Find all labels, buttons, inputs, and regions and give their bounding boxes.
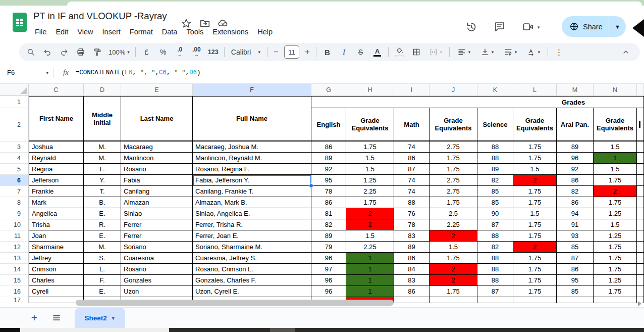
cell-C14[interactable]: Crimson [29,264,84,275]
cell-M10[interactable]: 91 [557,219,594,230]
col-header-H[interactable]: H [346,84,394,96]
menu-item-data[interactable]: Data [157,28,182,36]
cell-D4[interactable]: M. [84,153,121,164]
cell-L15[interactable]: 1.75 [513,275,557,286]
header-cell-last-name[interactable]: Last Name [121,96,193,141]
cell-J4[interactable]: 1.75 [430,153,477,164]
menu-item-insert[interactable]: Insert [98,28,125,36]
col-header-G[interactable]: G [311,84,346,96]
cell-J6[interactable]: 2.75 [430,175,477,186]
cell-J16[interactable]: 1.75 [430,286,477,297]
cell-D3[interactable]: M. [84,141,121,153]
cell-N10[interactable]: 1.5 [594,219,637,230]
scrollbar-arrow-icon[interactable] [638,301,641,306]
cell-G6[interactable]: 95 [311,175,346,186]
currency-format-button[interactable]: £ [138,45,155,59]
cell-I7[interactable]: 74 [394,186,430,197]
menu-item-tools[interactable]: Tools [182,28,208,36]
cell-F5[interactable]: Rosario, Regina F. [193,164,311,175]
more-toolbar-button[interactable]: ⋮ [551,45,567,59]
cell-E14[interactable]: Rosario [121,264,193,275]
cell-K10[interactable]: 87 [477,219,513,230]
cell-I16[interactable]: 86 [394,286,430,297]
text-rotation-icon[interactable]: ▾ [522,45,545,59]
cell-L10[interactable]: 1.75 [513,219,557,230]
cell-I10[interactable]: 78 [394,219,430,230]
row-header-6[interactable]: 6 [0,175,29,186]
cell-partial-16[interactable] [637,286,644,297]
header-cell-h-grade-equivalents[interactable]: Grade Equivalents [346,108,394,141]
cell-G3[interactable]: 86 [311,141,346,153]
row-header-15[interactable]: 15 [0,275,29,286]
cell-C4[interactable]: Reynald [29,153,84,164]
cell-J15[interactable]: 2 [430,275,477,286]
row-header-1[interactable]: 1 [0,96,29,108]
zoom-select[interactable]: 100%▾ [109,49,130,56]
header-cell-k-science[interactable]: Science [477,108,513,141]
text-color-button[interactable]: A [369,45,386,59]
cell-G16[interactable]: 96 [311,286,346,297]
row-header-12[interactable]: 12 [0,242,29,253]
name-box[interactable]: F6 ▾ [0,69,50,76]
cell-H13[interactable]: 1 [346,253,394,264]
font-size-input[interactable]: 11 [284,45,299,59]
cell-partial-4[interactable] [637,153,644,164]
cell-K13[interactable]: 88 [477,253,513,264]
cell-L13[interactable]: 1.75 [513,253,557,264]
col-header-K[interactable]: K [477,84,513,96]
cell-C3[interactable]: Joshua [29,141,84,153]
cell-J8[interactable]: 1.75 [430,197,477,208]
row-header-13[interactable]: 13 [0,253,29,264]
cell-I3[interactable]: 74 [394,141,430,153]
strikethrough-button[interactable]: S [352,45,369,59]
header-cell-n-grade-equivalents[interactable]: Grade Equivalents [594,108,637,141]
cell-M12[interactable]: 85 [557,242,594,253]
row-header-14[interactable]: 14 [0,264,29,275]
cell-K16[interactable]: 87 [477,286,513,297]
col-header-F[interactable]: F [193,84,311,96]
row-header-4[interactable]: 4 [0,153,29,164]
cell-I17[interactable] [394,297,430,303]
sheets-logo-icon[interactable] [13,13,27,32]
cell-G15[interactable]: 96 [311,275,346,286]
cell-H14[interactable]: 1 [346,264,394,275]
cell-L11[interactable]: 1.75 [513,230,557,242]
cell-E16[interactable]: Uzon [121,286,193,297]
header-cell-partial[interactable] [637,108,644,141]
cell-C7[interactable]: Frankie [29,186,84,197]
cell-H16[interactable]: 1 [346,286,394,297]
col-header-J[interactable]: J [430,84,477,96]
cell-K4[interactable]: 88 [477,153,513,164]
cell-partial-7[interactable] [637,186,644,197]
vertical-align-icon[interactable]: ▾ [475,45,499,59]
cell-G7[interactable]: 78 [311,186,346,197]
cell-I8[interactable]: 88 [394,197,430,208]
cell-F14[interactable]: Rosario, Crimson L. [193,264,311,275]
cell-partial-5[interactable] [637,164,644,175]
cell-C13[interactable]: Jeffrey [29,253,84,264]
row-header-11[interactable]: 11 [0,230,29,242]
cell-G10[interactable]: 82 [311,219,346,230]
cell-D10[interactable]: R. [84,219,121,230]
more-formats-button[interactable]: 123 [205,45,222,59]
horizontal-align-icon[interactable]: ▾ [452,45,475,59]
menu-item-extensions[interactable]: Extensions [208,28,253,36]
cell-G14[interactable]: 97 [311,264,346,275]
meet-dropdown-caret[interactable]: ▾ [538,25,540,30]
cell-C8[interactable]: Mark [29,197,84,208]
cell-F15[interactable]: Gonzales, Charles F. [193,275,311,286]
cell-J11[interactable]: 2 [430,230,477,242]
cell-L9[interactable]: 1.5 [513,208,557,219]
cell-E10[interactable]: Ferrer [121,219,193,230]
share-dropdown-caret[interactable]: ▼ [609,24,626,30]
cell-partial-10[interactable] [637,219,644,230]
cell-N17[interactable] [594,297,637,303]
cell-N7[interactable]: 2 [594,186,637,197]
cell-L6[interactable]: 2 [513,175,557,186]
sheet-tab-active[interactable]: Sheet2 ▼ [75,308,125,328]
borders-icon[interactable] [408,45,424,59]
col-header-C[interactable]: C [29,84,84,96]
row-header-3[interactable]: 3 [0,141,29,153]
cell-F11[interactable]: Ferrer, Joan E. [193,230,311,242]
cell-F13[interactable]: Cuaresma, Jeffrey S. [193,253,311,264]
